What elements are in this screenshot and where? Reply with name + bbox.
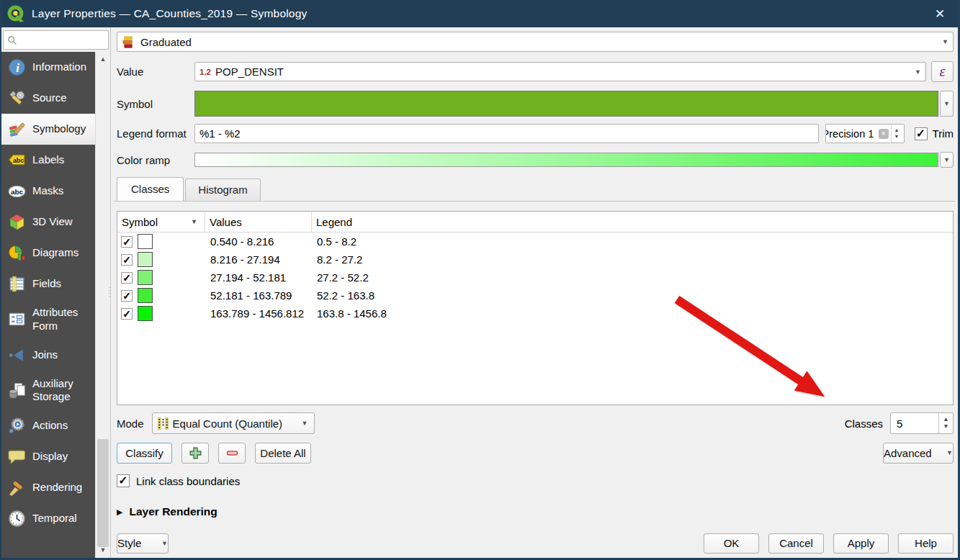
- legend-format-input[interactable]: %1 - %2: [194, 124, 819, 143]
- classes-table[interactable]: Symbol ▼ Values Legend ✓ 0.540 - 8.216 0…: [117, 211, 954, 405]
- temporal-icon: [8, 510, 26, 528]
- mode-select[interactable]: Equal Count (Quantile) ▼: [152, 412, 315, 434]
- class-color-swatch[interactable]: [138, 270, 153, 285]
- spin-down-icon[interactable]: ▼: [939, 423, 953, 430]
- style-button[interactable]: Style ▼: [117, 533, 169, 554]
- trim-checkbox[interactable]: ✓: [915, 127, 928, 140]
- value-field-select[interactable]: 1.2 POP_DENSIT ▼: [194, 62, 926, 81]
- class-color-swatch[interactable]: [138, 252, 153, 267]
- sidebar-item-joins[interactable]: Joins: [1, 340, 95, 371]
- apply-button[interactable]: Apply: [833, 533, 889, 554]
- classes-spinner[interactable]: 5 ▲ ▼: [890, 412, 954, 434]
- trim-label: Trim: [933, 127, 954, 140]
- collapse-right-icon[interactable]: ▶: [117, 507, 122, 517]
- sidebar-item-labels[interactable]: abc Labels: [1, 145, 95, 176]
- sidebar-item-actions[interactable]: Actions: [1, 410, 95, 441]
- panel-splitter-handle[interactable]: ....: [109, 284, 111, 306]
- row-checkbox[interactable]: ✓: [121, 308, 133, 320]
- class-color-swatch[interactable]: [138, 234, 153, 249]
- color-ramp-dropdown-button[interactable]: ▼: [940, 152, 954, 168]
- spin-up-icon[interactable]: ▲: [892, 127, 902, 133]
- diagrams-icon: [8, 244, 26, 262]
- symbol-preview[interactable]: [194, 91, 938, 117]
- chevron-down-icon: ▼: [943, 100, 950, 107]
- sidebar-item-3d-view[interactable]: 3D View: [1, 207, 95, 238]
- sidebar-label: Attributes Form: [32, 306, 92, 333]
- delete-all-button[interactable]: Delete All: [255, 443, 311, 464]
- sidebar-label: Fields: [32, 277, 61, 291]
- tab-histogram[interactable]: Histogram: [185, 179, 260, 201]
- column-label: Values: [210, 216, 242, 228]
- sidebar-item-rendering[interactable]: Rendering: [1, 472, 95, 503]
- sidebar-item-information[interactable]: i Information: [1, 52, 95, 83]
- chevron-down-icon: ▼: [296, 420, 308, 427]
- scrollbar-thumb[interactable]: [97, 439, 109, 547]
- table-row[interactable]: ✓ 52.181 - 163.789 52.2 - 163.8: [117, 286, 953, 304]
- title-bar: Layer Properties — CA_Counties_2019 — Sy…: [1, 0, 958, 27]
- sidebar-item-symbology[interactable]: Symbology: [1, 114, 95, 145]
- sidebar-label: Masks: [32, 184, 63, 198]
- table-row[interactable]: ✓ 163.789 - 1456.812 163.8 - 1456.8: [117, 304, 953, 322]
- layer-rendering-section[interactable]: ▶ Layer Rendering: [117, 504, 954, 520]
- table-row[interactable]: ✓ 0.540 - 8.216 0.5 - 8.2: [117, 232, 953, 250]
- window-title: Layer Properties — CA_Counties_2019 — Sy…: [32, 7, 307, 20]
- color-ramp-preview[interactable]: [194, 153, 938, 167]
- layer-properties-dialog: Layer Properties — CA_Counties_2019 — Sy…: [0, 0, 960, 560]
- sidebar-item-temporal[interactable]: Temporal: [1, 503, 95, 534]
- expression-builder-button[interactable]: ε: [931, 61, 954, 82]
- spin-down-icon[interactable]: ▼: [892, 134, 902, 140]
- classify-button[interactable]: Classify: [117, 443, 172, 464]
- sidebar-scrollbar[interactable]: ▲ ▼: [95, 52, 110, 558]
- table-row[interactable]: ✓ 8.216 - 27.194 8.2 - 27.2: [117, 250, 953, 268]
- class-color-swatch[interactable]: [138, 306, 153, 321]
- sidebar-label: Display: [32, 450, 68, 464]
- classes-spin-buttons[interactable]: ▲ ▼: [938, 413, 953, 433]
- remove-class-button[interactable]: [218, 443, 246, 464]
- column-header-symbol[interactable]: Symbol ▼: [117, 212, 205, 232]
- sidebar-item-attributes-form[interactable]: Attributes Form: [1, 299, 95, 340]
- tab-classes[interactable]: Classes: [117, 177, 184, 201]
- advanced-button[interactable]: Advanced ▼: [883, 443, 954, 464]
- class-color-swatch[interactable]: [138, 288, 153, 303]
- cancel-button[interactable]: Cancel: [768, 533, 824, 554]
- row-checkbox[interactable]: ✓: [121, 254, 133, 266]
- sidebar-item-fields[interactable]: Fields: [1, 268, 95, 299]
- add-class-button[interactable]: [181, 443, 209, 464]
- link-class-boundaries-checkbox[interactable]: ✓: [117, 474, 130, 487]
- sidebar-item-diagrams[interactable]: Diagrams: [1, 238, 95, 268]
- precision-spin-buttons[interactable]: ▲ ▼: [891, 125, 902, 143]
- scroll-down-icon[interactable]: ▼: [97, 544, 109, 556]
- table-row[interactable]: ✓ 27.194 - 52.181 27.2 - 52.2: [117, 268, 953, 286]
- class-legend: 163.8 - 1456.8: [312, 307, 953, 320]
- row-checkbox[interactable]: ✓: [121, 272, 133, 284]
- column-header-legend[interactable]: Legend: [312, 212, 953, 232]
- class-legend: 0.5 - 8.2: [312, 235, 953, 248]
- row-checkbox[interactable]: ✓: [121, 236, 133, 248]
- scroll-up-icon[interactable]: ▲: [97, 53, 109, 66]
- renderer-select[interactable]: Graduated ▼: [117, 32, 954, 52]
- help-button[interactable]: Help: [898, 533, 954, 554]
- sidebar-item-auxiliary-storage[interactable]: Auxiliary Storage: [1, 371, 95, 411]
- row-checkbox[interactable]: ✓: [121, 290, 133, 302]
- class-values: 27.194 - 52.181: [205, 271, 312, 284]
- attributes-form-icon: [8, 310, 26, 328]
- search-input[interactable]: [3, 30, 109, 50]
- sidebar-label: Information: [32, 60, 86, 74]
- column-header-values[interactable]: Values: [205, 212, 312, 232]
- ok-button[interactable]: OK: [704, 533, 759, 554]
- quantile-mode-icon: [156, 417, 170, 430]
- precision-spinbox[interactable]: Precision 1 × ▲ ▼: [825, 124, 905, 143]
- close-icon[interactable]: ✕: [929, 6, 951, 22]
- symbol-dropdown-button[interactable]: ▼: [940, 91, 954, 117]
- header-dropdown-icon[interactable]: ▼: [191, 218, 200, 225]
- clear-icon[interactable]: ×: [879, 129, 889, 139]
- sidebar-label: Temporal: [32, 512, 77, 525]
- sidebar-item-masks[interactable]: abc Masks: [1, 176, 95, 207]
- sidebar-item-display[interactable]: Display: [1, 441, 95, 472]
- mode-label: Mode: [117, 417, 144, 430]
- sidebar-label: Rendering: [32, 481, 82, 494]
- graduated-icon: [122, 35, 135, 49]
- auxiliary-storage-icon: [8, 381, 26, 399]
- rendering-icon: [8, 479, 26, 497]
- sidebar-item-source[interactable]: Source: [1, 83, 95, 114]
